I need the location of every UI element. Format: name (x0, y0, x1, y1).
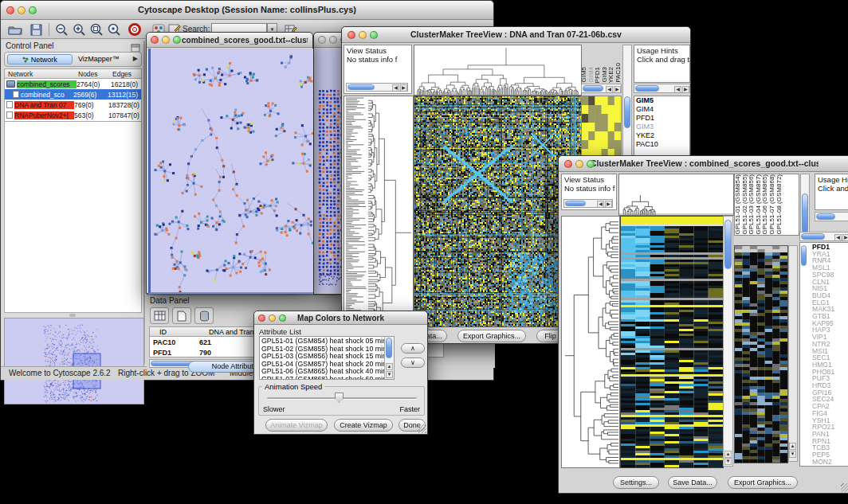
tab-network[interactable]: Network (7, 54, 73, 64)
scroll-up-icon[interactable]: ▲ (724, 451, 732, 458)
col-nodes[interactable]: Nodes (78, 70, 98, 78)
scroll-left-icon[interactable]: ◀ (597, 201, 604, 208)
close-icon[interactable] (318, 36, 326, 44)
scroll-left-icon[interactable]: ◀ (606, 86, 613, 93)
scroll-right-icon[interactable]: ▶ (842, 234, 848, 241)
animate-vizmap-button[interactable]: Animate Vizmap (265, 419, 328, 432)
tv2-zoom-heatmap[interactable] (734, 245, 788, 463)
dialog-titlebar[interactable]: Map Colors to Network (254, 311, 427, 325)
close-icon[interactable] (151, 36, 159, 44)
scrollbar-thumb[interactable] (801, 245, 807, 266)
tv1-column-dendrogram[interactable] (414, 45, 582, 96)
zoom-window-icon[interactable] (279, 315, 286, 322)
tv1-usage-hscrollbar[interactable]: ◀ ▶ (634, 84, 690, 93)
zoom-selected-button[interactable] (104, 21, 124, 37)
tv1-heatmap[interactable] (414, 96, 582, 327)
scroll-right-icon[interactable]: ▶ (605, 201, 612, 208)
tv1-titlebar[interactable]: ClusterMaker TreeView : DNA and Tran 07-… (342, 27, 690, 43)
tab-vizmapper[interactable]: VizMapper™ (78, 55, 120, 63)
tv1-zoom-hscrollbar[interactable]: ◀ ▶ (581, 84, 622, 93)
attribute-list-vscrollbar[interactable]: ▲ ▼ (384, 337, 394, 379)
attribute-table-icon[interactable] (150, 307, 169, 324)
minimize-icon[interactable] (162, 36, 170, 44)
network-row[interactable]: DNA and Tran 07769(0)183728(0) (5, 100, 141, 110)
scrollbar-thumb[interactable] (583, 85, 603, 92)
net-titlebar[interactable]: combined_scores_good.txt--cluste... (147, 33, 312, 48)
tv2-zoom-vscrollbar[interactable]: ▲ ▼ (788, 245, 798, 462)
gene-label[interactable]: PAC10 (634, 140, 689, 149)
attribute-list-item[interactable]: GPL51-07 (GSM868) heat shock 60 min (261, 376, 383, 380)
scroll-left-icon[interactable]: ◀ (674, 86, 681, 93)
scrollbar-thumb[interactable] (724, 220, 732, 269)
scrollbar-thumb[interactable] (801, 233, 825, 240)
tv2-heat-vscrollbar[interactable]: ▲ ▼ (723, 216, 733, 467)
tv2-status-hscrollbar[interactable]: ◀ ▶ (563, 199, 613, 208)
scroll-left-icon[interactable]: ◀ (834, 234, 842, 241)
minimize-icon[interactable] (18, 6, 26, 14)
network-row[interactable]: combined_sco2569(6)13112(15) (5, 89, 141, 100)
gene-label[interactable]: YKE2 (634, 131, 689, 140)
tv1-row-dendrogram[interactable] (344, 96, 414, 327)
main-titlebar[interactable]: Cytoscape Desktop (Session Name: collins… (1, 1, 493, 20)
splitter-handle[interactable] (69, 314, 76, 317)
gene-label[interactable]: GIM5 (634, 96, 689, 105)
resize-grip[interactable] (841, 483, 848, 492)
save-button[interactable] (26, 21, 45, 37)
scrollbar-thumb[interactable] (386, 338, 392, 358)
tv2-heatmap[interactable] (620, 216, 724, 468)
network-overview-thumbnail[interactable] (4, 318, 144, 404)
scrollbar-thumb[interactable] (802, 193, 808, 233)
tv2-column-dendrogram[interactable] (618, 174, 734, 216)
save-data-button[interactable]: Save Data... (668, 476, 717, 489)
scroll-right-icon[interactable]: ▶ (682, 86, 689, 93)
move-up-button[interactable]: ∧ (401, 343, 425, 354)
tv2-titlebar[interactable]: ClusterMaker TreeView : combined_scores_… (559, 156, 848, 172)
col-edges[interactable]: Edges (112, 70, 132, 78)
new-attribute-icon[interactable] (172, 307, 191, 324)
close-icon[interactable] (347, 31, 355, 39)
zoom-window-icon[interactable] (29, 6, 37, 14)
tv1-status-hscrollbar[interactable]: ◀ ▶ (346, 83, 408, 92)
gene-label[interactable]: GIM4 (634, 105, 689, 114)
close-icon[interactable] (258, 315, 265, 322)
zoom-window-icon[interactable] (173, 36, 181, 44)
network-row[interactable]: RNAPuberNov2+|563(0)107847(0) (5, 110, 141, 120)
zoom-window-icon[interactable] (370, 31, 378, 39)
scrollbar-thumb[interactable] (635, 85, 659, 92)
data-col-id[interactable]: ID (159, 328, 167, 336)
network-list-empty-area[interactable] (4, 122, 142, 313)
network-row[interactable]: combined_scores2764(0)16218(0) (5, 79, 141, 89)
scroll-left-icon[interactable]: ◀ (392, 84, 399, 92)
move-down-button[interactable]: ∨ (401, 357, 425, 368)
gene-label[interactable]: MON2 (811, 459, 834, 466)
help-lifebuoy-icon[interactable] (125, 21, 144, 37)
export-graphics-button[interactable]: Export Graphics... (728, 476, 798, 489)
gene-label[interactable]: GIM3 (634, 123, 689, 131)
resize-grip[interactable] (418, 424, 426, 433)
col-network[interactable]: Network (8, 70, 33, 78)
scroll-right-icon[interactable]: ▶ (400, 84, 407, 92)
scroll-down-icon[interactable]: ▼ (724, 458, 732, 465)
minimize-icon[interactable] (329, 36, 337, 44)
scrollbar-thumb[interactable] (624, 96, 630, 128)
scroll-up-icon[interactable]: ▲ (789, 443, 796, 450)
scroll-down-icon[interactable]: ▼ (789, 451, 796, 458)
scrollbar-thumb[interactable] (816, 213, 835, 220)
attribute-list[interactable]: GPL51-01 (GSM854) heat shock 05 minGPL51… (259, 336, 395, 380)
column-label[interactable]: PAC10 (615, 63, 622, 83)
minimize-icon[interactable] (359, 31, 367, 39)
export-graphics-button[interactable]: Export Graphics... (457, 330, 526, 342)
gene-label[interactable]: PFD1 (634, 114, 689, 123)
column-label[interactable]: GPL51-08 (GSM872) (776, 174, 783, 235)
scrollbar-thumb[interactable] (347, 84, 375, 90)
zoom-window-icon[interactable] (587, 160, 595, 168)
zoom-in-button[interactable] (69, 21, 88, 37)
tv2-usage-hscrollbar[interactable] (815, 212, 848, 221)
open-file-button[interactable] (6, 21, 25, 37)
tv2-row-dendrogram[interactable] (561, 216, 620, 468)
delete-attribute-trash-icon[interactable] (194, 307, 214, 324)
zoom-fit-button[interactable] (87, 21, 106, 37)
zoom-out-button[interactable] (52, 21, 71, 37)
tv2-genelist-hscrollbar[interactable]: ◀ ▶ (799, 232, 848, 241)
speed-slider-thumb[interactable] (335, 393, 344, 403)
